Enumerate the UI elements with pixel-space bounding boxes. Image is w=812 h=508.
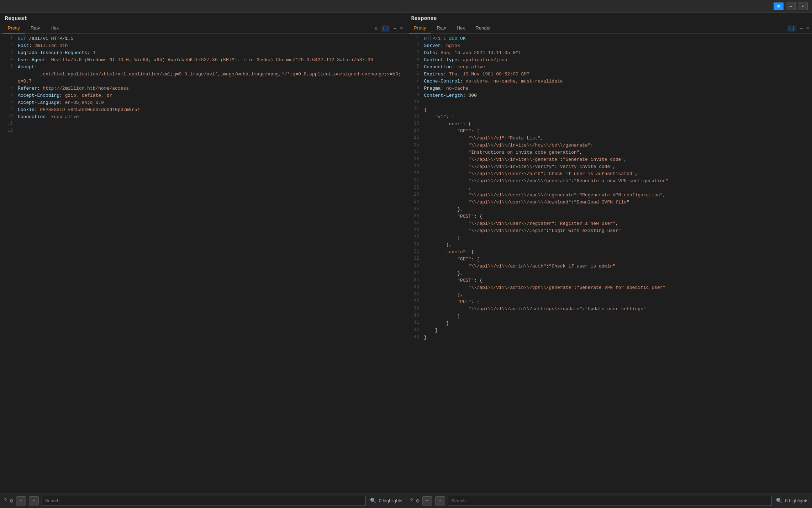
response-line-8: 8 Pragma: no-cache xyxy=(406,85,812,92)
response-line-21: 21 "\\/api\\/v1\\/user\\/vpn\\/generate"… xyxy=(406,178,812,185)
response-line-34: 34 }, xyxy=(406,270,812,277)
response-tab-icons: {} ⇥ ≡ xyxy=(787,25,809,32)
response-tab-hex[interactable]: Hex xyxy=(452,23,470,33)
top-toolbar: ⊞ — ✕ xyxy=(0,0,812,13)
response-line-32: 32 "GET": { xyxy=(406,256,812,263)
request-search-input[interactable] xyxy=(42,496,365,506)
request-tab-icons: ⊘ {} ⇥ ≡ xyxy=(374,25,403,32)
response-tab-pretty[interactable]: Pretty xyxy=(409,23,431,33)
request-highlights-badge: 0 highlights xyxy=(379,498,402,503)
layout-btn-close[interactable]: ✕ xyxy=(798,2,808,10)
response-line-5: 5 Connection: keep-alive xyxy=(406,64,812,71)
response-line-3: 3 Date: Sun, 16 Jun 2024 14:11:35 GMT xyxy=(406,49,812,57)
response-line-31: 31 "admin": { xyxy=(406,249,812,256)
response-bottom-bar: ? ⚙ ← → 🔍 0 highlights xyxy=(406,493,812,508)
request-format-icon[interactable]: {} xyxy=(381,25,390,32)
response-line-16: 16 "\\/api\\/v1\\/invite\\/how\\/to\\/ge… xyxy=(406,142,812,149)
request-search-icon[interactable]: 🔍 xyxy=(370,498,376,504)
response-line-42: 42 } xyxy=(406,327,812,334)
response-line-19: 19 "\\/api\\/v1\\/invite\\/verify":"Veri… xyxy=(406,163,812,170)
response-line-20: 20 "\\/api\\/v1\\/user\\/auth":"Check if… xyxy=(406,170,812,178)
response-indent-icon[interactable]: ⇥ xyxy=(800,25,802,31)
response-line-41: 41 } xyxy=(406,320,812,327)
request-line-2: 2 Host: 2million.htb xyxy=(0,42,406,49)
request-line-1: 1 GET /api/v1 HTTP/1.1 xyxy=(0,35,406,42)
response-line-11: 11 { xyxy=(406,106,812,113)
response-line-17: 17 "Instructions on invite code generati… xyxy=(406,149,812,156)
request-help-icon[interactable]: ? xyxy=(4,498,7,504)
response-line-9: 9 Content-Length: 800 xyxy=(406,92,812,99)
response-tab-bar: Pretty Raw Hex Render {} ⇥ ≡ xyxy=(406,23,812,34)
request-line-9: 9 Cookie: PHPSESSID=v845asm0us3ldobdt0p3… xyxy=(0,106,406,113)
response-tab-raw[interactable]: Raw xyxy=(432,23,451,33)
request-tab-bar: Pretty Raw Hex ⊘ {} ⇥ ≡ xyxy=(0,23,406,34)
request-line-3: 3 Upgrade-Insecure-Requests: 1 xyxy=(0,49,406,57)
response-line-23: 23 "\\/api\\/v1\\/user\\/vpn\\/regenerat… xyxy=(406,192,812,199)
response-line-29: 29 } xyxy=(406,234,812,242)
layout-btn-single[interactable]: — xyxy=(786,2,796,10)
request-forward-btn[interactable]: → xyxy=(29,496,39,506)
response-menu-icon[interactable]: ≡ xyxy=(806,26,809,31)
response-line-30: 30 }, xyxy=(406,242,812,249)
response-panel: Response Pretty Raw Hex Render {} ⇥ ≡ 1 … xyxy=(406,13,812,508)
request-bottom-bar: ? ⚙ ← → 🔍 0 highlights xyxy=(0,493,406,508)
request-tab-pretty[interactable]: Pretty xyxy=(3,23,25,33)
response-format-icon[interactable]: {} xyxy=(787,25,796,32)
request-line-7: 7 Accept-Encoding: gzip, deflate, br xyxy=(0,92,406,99)
response-line-12: 12 "v1": { xyxy=(406,113,812,121)
request-back-btn[interactable]: ← xyxy=(16,496,26,506)
response-line-26: 26 "POST": { xyxy=(406,213,812,220)
response-tab-render[interactable]: Render xyxy=(471,23,496,33)
request-tab-hex[interactable]: Hex xyxy=(46,23,64,33)
request-title: Request xyxy=(0,13,406,23)
request-tab-raw[interactable]: Raw xyxy=(26,23,45,33)
response-line-15: 15 "\\/api\\/v1":"Route List", xyxy=(406,135,812,142)
response-line-13: 13 "user": { xyxy=(406,121,812,128)
request-nowrap-icon[interactable]: ⊘ xyxy=(374,25,377,31)
request-line-5: 5 Accept: text/html,application/xhtml+xm… xyxy=(0,64,406,85)
layout-btn-grid[interactable]: ⊞ xyxy=(774,2,784,10)
response-settings-icon[interactable]: ⚙ xyxy=(416,497,420,504)
response-forward-btn[interactable]: → xyxy=(435,496,445,506)
response-line-18: 18 "\\/api\\/v1\\/invite\\/generate":"Ge… xyxy=(406,156,812,163)
request-line-10: 10 Connection: keep-alive xyxy=(0,113,406,121)
response-search-icon[interactable]: 🔍 xyxy=(776,498,782,504)
request-line-6: 6 Referer: http://2million.htb/home/acce… xyxy=(0,85,406,92)
response-line-6: 6 Expires: Thu, 19 Nov 1981 08:52:00 GMT xyxy=(406,71,812,78)
response-line-28: 28 "\\/api\\/v1\\/user\\/login":"Login w… xyxy=(406,227,812,234)
request-menu-icon[interactable]: ≡ xyxy=(400,26,403,31)
response-line-4: 4 Content-Type: application/json xyxy=(406,57,812,64)
response-line-39: 39 "\\/api\\/v1\\/admin\\/settings\\/upd… xyxy=(406,306,812,313)
response-line-33: 33 "\\/api\\/v1\\/admin\\/auth":"Check i… xyxy=(406,263,812,270)
response-line-40: 40 } xyxy=(406,313,812,320)
response-line-36: 36 "\\/api\\/v1\\/admin\\/vpn\\/generate… xyxy=(406,284,812,291)
response-title: Response xyxy=(406,13,812,23)
response-line-25: 25 }, xyxy=(406,206,812,213)
request-panel: Request Pretty Raw Hex ⊘ {} ⇥ ≡ 1 GET /a… xyxy=(0,13,406,508)
request-line-11: 11 xyxy=(0,121,406,128)
response-highlights-badge: 0 highlights xyxy=(785,498,808,503)
response-line-14: 14 "GET": { xyxy=(406,128,812,135)
request-line-12: 12 xyxy=(0,128,406,135)
response-back-btn[interactable]: ← xyxy=(422,496,432,506)
request-code-area[interactable]: 1 GET /api/v1 HTTP/1.1 2 Host: 2million.… xyxy=(0,34,406,493)
response-line-37: 37 }, xyxy=(406,291,812,298)
response-line-38: 38 "PUT": { xyxy=(406,298,812,306)
response-help-icon[interactable]: ? xyxy=(410,498,413,504)
response-line-10: 10 xyxy=(406,99,812,106)
response-search-input[interactable] xyxy=(448,496,772,506)
panels-container: Request Pretty Raw Hex ⊘ {} ⇥ ≡ 1 GET /a… xyxy=(0,13,812,508)
request-line-8: 8 Accept-Language: en-US,en;q=0.9 xyxy=(0,99,406,106)
request-line-4: 4 User-Agent: Mozilla/5.0 (Windows NT 10… xyxy=(0,57,406,64)
response-line-43: 43 } xyxy=(406,334,812,341)
response-code-area[interactable]: 1 HTTP/1.1 200 OK 2 Server: nginx 3 Date… xyxy=(406,34,812,493)
response-line-1: 1 HTTP/1.1 200 OK xyxy=(406,35,812,42)
response-line-2: 2 Server: nginx xyxy=(406,42,812,49)
request-settings-icon[interactable]: ⚙ xyxy=(10,497,14,504)
response-line-24: 24 "\\/api\\/v1\\/user\\/vpn\\/download"… xyxy=(406,199,812,206)
request-indent-icon[interactable]: ⇥ xyxy=(394,25,396,31)
response-line-35: 35 "POST": { xyxy=(406,277,812,284)
response-line-22: 22 , xyxy=(406,185,812,192)
response-line-27: 27 "\\/api\\/v1\\/user\\/register":"Regi… xyxy=(406,220,812,227)
response-line-7: 7 Cache-Control: no-store, no-cache, mus… xyxy=(406,78,812,85)
